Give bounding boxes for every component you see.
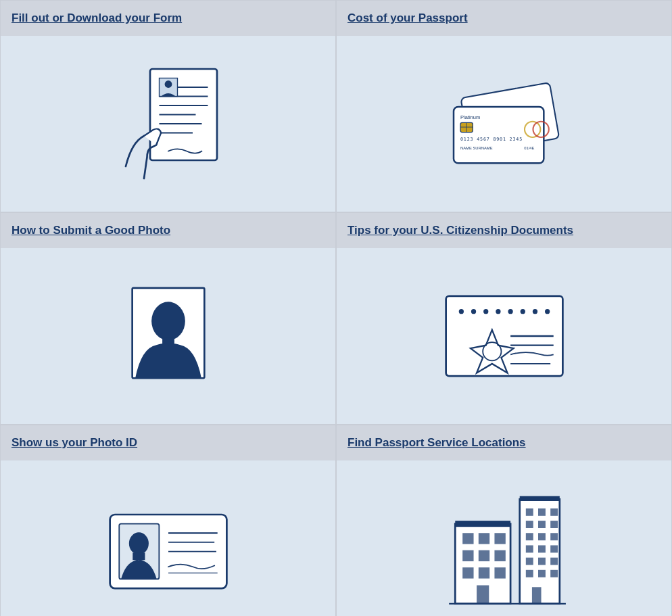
card-body-cost-passport: Platinum 0123 4567 8901 2345 NAME SURNAM…	[337, 36, 671, 212]
form-icon	[107, 56, 229, 191]
card-header-cost-passport: Cost of your Passport	[337, 1, 671, 36]
svg-point-31	[545, 309, 550, 314]
card-body-photo-id	[1, 460, 335, 616]
svg-rect-59	[538, 508, 546, 516]
svg-rect-73	[525, 570, 533, 577]
svg-rect-49	[462, 550, 473, 561]
id-icon	[101, 494, 236, 602]
svg-rect-63	[550, 521, 558, 528]
svg-rect-74	[538, 570, 546, 577]
card-body-fill-out-form	[1, 36, 335, 212]
card-header-fill-out-form: Fill out or Download your Form	[1, 1, 335, 36]
svg-text:0123 4567 8901 2345: 0123 4567 8901 2345	[460, 137, 523, 142]
link-photo-id[interactable]: Show us your Photo ID	[11, 436, 137, 450]
svg-rect-67	[525, 545, 533, 552]
svg-rect-50	[478, 550, 489, 561]
svg-point-39	[128, 532, 148, 554]
svg-text:01/4E: 01/4E	[524, 146, 534, 150]
svg-rect-76	[519, 496, 559, 501]
svg-rect-75	[550, 570, 558, 577]
svg-point-24	[458, 309, 463, 314]
svg-rect-47	[478, 533, 489, 544]
svg-point-30	[532, 309, 537, 314]
card-fill-out-form: Fill out or Download your Form	[0, 0, 336, 212]
svg-rect-69	[550, 545, 558, 552]
svg-rect-54	[494, 567, 505, 578]
svg-rect-46	[462, 533, 473, 544]
card-body-good-photo	[1, 248, 335, 424]
svg-rect-40	[133, 552, 145, 560]
svg-rect-71	[538, 558, 546, 565]
card-header-good-photo: How to Submit a Good Photo	[1, 213, 335, 248]
svg-point-21	[151, 302, 185, 340]
svg-rect-58	[525, 508, 533, 516]
card-header-photo-id: Show us your Photo ID	[1, 425, 335, 460]
svg-rect-66	[550, 533, 558, 540]
link-cost-passport[interactable]: Cost of your Passport	[347, 11, 468, 25]
certificate-icon	[437, 279, 572, 394]
svg-rect-60	[550, 508, 558, 516]
svg-rect-53	[478, 567, 489, 578]
svg-point-25	[471, 309, 475, 314]
svg-rect-52	[462, 567, 473, 578]
svg-rect-56	[477, 586, 489, 604]
svg-rect-62	[538, 521, 546, 528]
svg-rect-72	[550, 558, 558, 565]
svg-point-27	[496, 309, 500, 314]
card-good-photo: How to Submit a Good Photo	[0, 212, 336, 425]
photo-icon	[114, 268, 222, 404]
link-fill-out-form[interactable]: Fill out or Download your Form	[11, 11, 182, 25]
link-citizenship-docs[interactable]: Tips for your U.S. Citizenship Documents	[347, 224, 573, 237]
card-header-citizenship-docs: Tips for your U.S. Citizenship Documents	[337, 213, 671, 248]
svg-rect-55	[455, 521, 510, 527]
svg-point-8	[164, 80, 172, 88]
card-cost-passport: Cost of your Passport Platinum 0123 4567…	[336, 0, 672, 212]
card-body-service-locations	[337, 460, 671, 616]
card-photo-id: Show us your Photo ID	[0, 425, 336, 616]
svg-rect-51	[494, 550, 505, 561]
svg-text:NAME SURNAME: NAME SURNAME	[460, 146, 493, 150]
svg-point-28	[508, 309, 512, 314]
svg-text:Platinum: Platinum	[460, 114, 480, 120]
svg-rect-61	[525, 521, 533, 528]
card-header-service-locations: Find Passport Service Locations	[337, 425, 671, 460]
link-service-locations[interactable]: Find Passport Service Locations	[347, 436, 526, 450]
card-body-citizenship-docs	[337, 248, 671, 424]
passport-grid: Fill out or Download your Form	[0, 0, 672, 616]
svg-point-29	[520, 309, 525, 314]
svg-rect-64	[525, 533, 533, 540]
building-icon	[437, 481, 572, 616]
link-good-photo[interactable]: How to Submit a Good Photo	[11, 224, 170, 237]
svg-rect-68	[538, 545, 546, 552]
svg-rect-77	[531, 587, 541, 604]
svg-rect-65	[538, 533, 546, 540]
credit-card-icon: Platinum 0123 4567 8901 2345 NAME SURNAM…	[437, 63, 572, 185]
card-citizenship-docs: Tips for your U.S. Citizenship Documents	[336, 212, 672, 425]
svg-point-26	[483, 309, 488, 314]
svg-rect-48	[494, 533, 505, 544]
card-service-locations: Find Passport Service Locations	[336, 425, 672, 616]
svg-rect-70	[525, 558, 533, 565]
